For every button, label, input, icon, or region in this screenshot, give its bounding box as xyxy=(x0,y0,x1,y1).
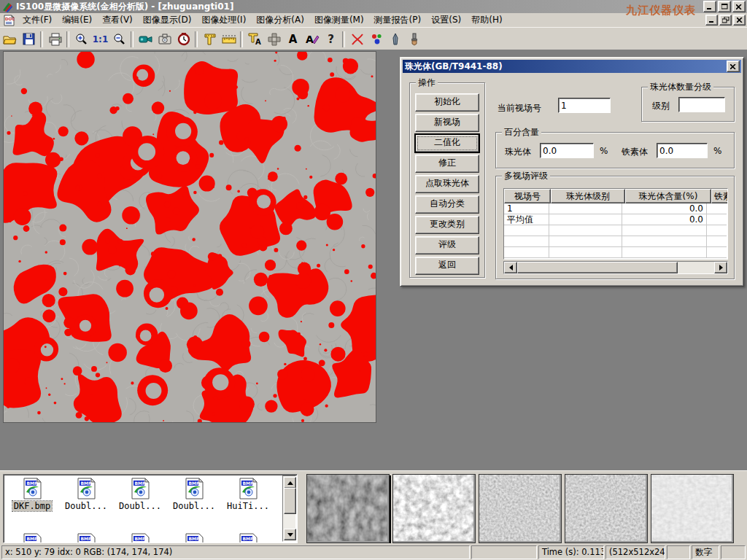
operation-button[interactable]: 修正 xyxy=(415,155,479,173)
scroll-right-button[interactable] xyxy=(714,262,727,273)
svg-text:BMP: BMP xyxy=(81,536,93,541)
operation-button[interactable]: 返回 xyxy=(415,257,479,275)
file-item[interactable]: BMP DKF.bmp xyxy=(5,478,59,511)
menu-bar: DOC 文件(F) 编辑(E) 查看(V) 图像显示(D) 图像处理(I) 图像… xyxy=(0,13,747,28)
ferrite-percent-input[interactable] xyxy=(657,143,708,158)
micrograph-image[interactable] xyxy=(3,51,376,423)
file-name[interactable]: HuiTi... xyxy=(225,501,271,511)
dialog-title-bar[interactable]: 珠光体(GB/T9441-88) xyxy=(403,60,741,73)
mdi-close-button[interactable] xyxy=(733,15,746,26)
operation-button[interactable]: 初始化 xyxy=(415,93,479,112)
file-name[interactable]: DKF.bmp xyxy=(12,501,53,511)
percent-group-label: 百分含量 xyxy=(502,127,541,137)
pearlite-percent-input[interactable] xyxy=(540,143,594,158)
print-button[interactable] xyxy=(46,30,64,48)
column-header[interactable]: 珠光体级别 xyxy=(551,189,625,203)
bmp-file-icon[interactable]: BMP xyxy=(75,533,97,543)
bmp-file-icon: BMP xyxy=(183,478,205,499)
video-camera-button[interactable] xyxy=(136,30,155,48)
file-name[interactable]: Doubl... xyxy=(117,501,163,511)
caliper-button[interactable] xyxy=(201,30,219,48)
dialog-close-button[interactable] xyxy=(727,61,740,72)
ruler-button[interactable] xyxy=(220,30,238,48)
column-header[interactable]: 视场号 xyxy=(504,189,551,203)
menu-item[interactable]: 文件(F) xyxy=(18,13,57,27)
file-list[interactable]: BMP DKF.bmp BMP xyxy=(3,474,298,543)
operation-group-label: 操作 xyxy=(416,77,438,88)
timer-clock-button[interactable] xyxy=(174,30,193,48)
bmp-file-icon[interactable]: BMP xyxy=(21,533,43,543)
bmp-file-icon[interactable]: BMP xyxy=(237,533,259,543)
table-row[interactable]: 平均值 0.0 xyxy=(504,214,727,225)
sample-thumbnail-2[interactable] xyxy=(392,474,476,543)
file-name[interactable]: Doubl... xyxy=(63,501,109,511)
zoom-in-button[interactable] xyxy=(72,30,90,48)
operation-button[interactable]: 评级 xyxy=(415,236,479,254)
rating-table[interactable]: 视场号 珠光体级别 珠光体含量(%) 铁素体含量(%) 1 0.0 xyxy=(503,188,728,260)
operation-button[interactable]: 点取珠光体 xyxy=(415,175,479,193)
bmp-file-icon[interactable]: BMP xyxy=(183,533,205,543)
scroll-left-button[interactable] xyxy=(504,262,517,273)
grid-cross-button[interactable] xyxy=(265,30,283,48)
text-label-button[interactable]: A xyxy=(284,30,302,48)
table-row[interactable]: 1 0.0 xyxy=(504,203,727,214)
operation-button[interactable]: 自动分类 xyxy=(415,195,479,214)
photo-camera-button[interactable] xyxy=(155,30,174,48)
scrollbar-thumb[interactable] xyxy=(284,488,296,514)
sample-thumbnail-1[interactable] xyxy=(306,474,390,543)
scrollbar-thumb[interactable] xyxy=(517,262,678,273)
scroll-down-button[interactable] xyxy=(284,529,296,540)
zoom-out-button[interactable] xyxy=(110,30,128,48)
sample-thumbnail-4[interactable] xyxy=(565,474,648,543)
operation-button[interactable]: 新视场 xyxy=(415,114,479,132)
measure-text-button[interactable]: A xyxy=(246,30,264,48)
document-icon[interactable]: DOC xyxy=(3,15,16,26)
operation-button[interactable]: 更改类别 xyxy=(415,216,479,234)
mdi-restore-button[interactable] xyxy=(719,15,732,26)
menu-item[interactable]: 图像显示(D) xyxy=(138,13,197,27)
time-status: Time (s): 0.113 xyxy=(538,545,604,559)
close-button[interactable] xyxy=(732,1,746,12)
multi-field-group-label: 多视场评级 xyxy=(502,171,550,181)
menu-item[interactable]: 帮助(H) xyxy=(466,13,507,27)
file-item[interactable]: BMP Doubl... xyxy=(59,478,113,511)
file-list-second-row: BMP BMP BMP BMP BMP xyxy=(5,533,275,543)
sample-thumbnail-5[interactable] xyxy=(651,474,734,543)
actual-size-button[interactable]: 1:1 xyxy=(91,30,109,48)
current-field-input[interactable] xyxy=(558,98,611,113)
scroll-up-button[interactable] xyxy=(284,477,296,489)
table-row-empty xyxy=(504,247,727,258)
save-button[interactable] xyxy=(20,30,38,48)
file-name[interactable]: Doubl... xyxy=(171,501,217,511)
menu-item[interactable]: 图像处理(I) xyxy=(196,13,251,27)
menu-item[interactable]: 测量报告(P) xyxy=(369,13,427,27)
dialog-title: 珠光体(GB/T9441-88) xyxy=(405,61,503,73)
mdi-minimize-button[interactable] xyxy=(705,15,718,26)
table-horizontal-scrollbar[interactable] xyxy=(503,261,728,274)
menu-item[interactable]: 图像分析(A) xyxy=(251,13,309,27)
color-classify-button[interactable] xyxy=(367,30,385,48)
file-item[interactable]: BMP HuiTi... xyxy=(221,478,275,511)
sample-thumbnail-3[interactable] xyxy=(479,474,562,543)
file-item[interactable]: BMP Doubl... xyxy=(113,478,167,511)
menu-item[interactable]: 编辑(E) xyxy=(57,13,97,27)
help-button[interactable]: ? xyxy=(322,30,340,48)
menu-item[interactable]: 设置(S) xyxy=(426,13,466,27)
column-header[interactable]: 铁素体含量(%) xyxy=(711,189,728,203)
text-edit-button[interactable]: A xyxy=(303,30,321,48)
svg-text:BMP: BMP xyxy=(27,536,39,541)
menu-item[interactable]: 图像测量(M) xyxy=(309,13,369,27)
menu-item[interactable]: 查看(V) xyxy=(97,13,138,27)
file-list-scrollbar[interactable] xyxy=(282,475,296,542)
minimize-button[interactable] xyxy=(703,1,716,12)
delete-cross-button[interactable] xyxy=(348,30,366,48)
open-folder-button[interactable] xyxy=(1,30,19,48)
file-item[interactable]: BMP Doubl... xyxy=(167,478,221,511)
pointer-pen-button[interactable] xyxy=(386,30,404,48)
column-header[interactable]: 珠光体含量(%) xyxy=(625,189,711,203)
maximize-button[interactable] xyxy=(718,1,731,12)
operation-button[interactable]: 二值化 xyxy=(415,134,479,152)
bmp-file-icon[interactable]: BMP xyxy=(129,533,151,543)
grade-input[interactable] xyxy=(678,97,725,112)
paint-brush-button[interactable] xyxy=(405,30,423,48)
